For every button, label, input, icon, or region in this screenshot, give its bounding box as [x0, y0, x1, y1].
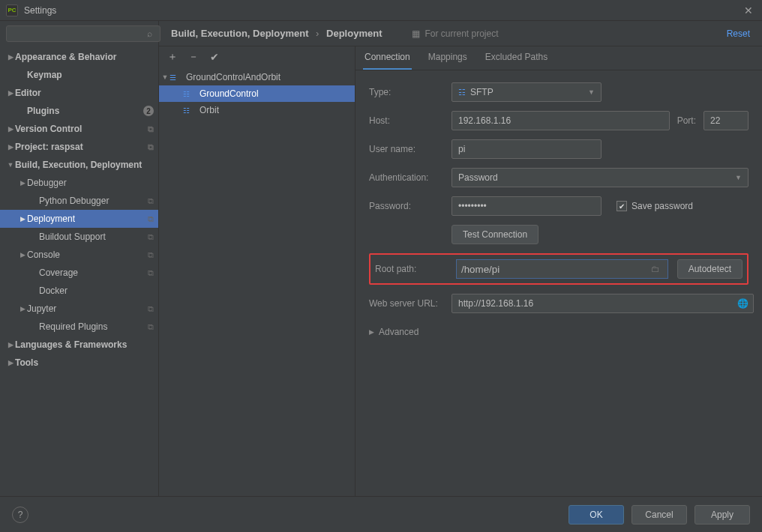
sidebar-item-label: Debugger — [27, 178, 154, 188]
copy-icon: ⧉ — [148, 142, 154, 152]
settings-nav[interactable]: ▶Appearance & BehaviorKeymap▶EditorPlugi… — [0, 46, 158, 496]
web-url-field[interactable] — [452, 294, 754, 313]
password-label: Password: — [369, 201, 441, 211]
sidebar-item-plugins[interactable]: Plugins2 — [0, 102, 158, 120]
cancel-button[interactable]: Cancel — [632, 505, 687, 525]
sidebar-item-docker[interactable]: Docker — [0, 282, 158, 300]
deployment-tree[interactable]: ▼ ☰ GroundControlAndOrbit ☷GroundControl… — [159, 67, 355, 496]
folder-icon[interactable]: 🗀 — [648, 264, 663, 274]
tree-item-label: GroundControl — [200, 88, 259, 99]
context-label: ▦ For current project — [412, 28, 498, 39]
sidebar-item-coverage[interactable]: Coverage⧉ — [0, 264, 158, 282]
breadcrumb-sep: › — [316, 28, 319, 39]
reset-link[interactable]: Reset — [727, 28, 750, 39]
tree-root-label: GroundControlAndOrbit — [186, 72, 280, 82]
sidebar-item-label: Tools — [15, 357, 154, 368]
sidebar-item-keymap[interactable]: Keymap — [0, 66, 158, 84]
port-input[interactable] — [710, 115, 762, 126]
chevron-icon: ▶ — [18, 251, 27, 259]
globe-icon[interactable]: 🌐 — [737, 298, 748, 309]
server-icon: ☷ — [183, 90, 195, 98]
tree-toolbar: ＋ － ✔ — [159, 46, 355, 67]
breadcrumb-seg-0[interactable]: Build, Execution, Deployment — [171, 28, 308, 39]
advanced-toggle[interactable]: ▶ Advanced — [369, 327, 748, 337]
sidebar-item-label: Coverage — [39, 267, 145, 278]
search-icon: ⌕ — [147, 28, 152, 39]
tree-expand-icon[interactable]: ▼ — [160, 73, 170, 81]
type-label: Type: — [369, 87, 441, 97]
auth-label: Authentication: — [369, 172, 441, 183]
web-url-input[interactable] — [458, 298, 747, 309]
remove-icon[interactable]: － — [188, 50, 200, 64]
sidebar-item-label: Keymap — [27, 70, 154, 80]
copy-icon: ⧉ — [148, 232, 154, 242]
chevron-icon: ▶ — [6, 89, 15, 97]
sidebar-item-build-execution-deployment[interactable]: ▼Build, Execution, Deployment — [0, 156, 158, 174]
sidebar-item-appearance-behavior[interactable]: ▶Appearance & Behavior — [0, 48, 158, 66]
sidebar-item-jupyter[interactable]: ▶Jupyter⧉ — [0, 300, 158, 318]
breadcrumb-seg-1[interactable]: Deployment — [326, 28, 382, 39]
chevron-down-icon: ▼ — [735, 174, 742, 181]
advanced-label: Advanced — [379, 327, 418, 337]
help-icon[interactable]: ? — [12, 507, 28, 523]
badge: 2 — [143, 106, 154, 116]
chevron-icon: ▶ — [6, 359, 15, 366]
auth-dropdown[interactable]: Password ▼ — [452, 168, 748, 187]
sidebar-item-project-raspsat[interactable]: ▶Project: raspsat⧉ — [0, 138, 158, 156]
sidebar-item-console[interactable]: ▶Console⧉ — [0, 246, 158, 264]
tab-connection[interactable]: Connection — [363, 47, 412, 70]
username-input[interactable] — [458, 144, 595, 154]
app-icon: PC — [6, 4, 18, 16]
sidebar-item-label: Editor — [15, 88, 154, 98]
sidebar-item-deployment[interactable]: ▶Deployment⧉ — [0, 210, 158, 228]
sidebar-item-debugger[interactable]: ▶Debugger — [0, 174, 158, 192]
type-dropdown[interactable]: ☷ SFTP ▼ — [452, 82, 602, 102]
title-bar: PC Settings ✕ — [0, 0, 762, 21]
chevron-icon: ▶ — [18, 305, 27, 312]
sidebar-item-tools[interactable]: ▶Tools — [0, 354, 158, 372]
host-label: Host: — [369, 115, 441, 126]
save-password-label: Save password — [632, 201, 693, 211]
root-path-highlight: Root path: 🗀 Autodetect — [369, 253, 748, 285]
tab-mappings[interactable]: Mappings — [427, 47, 469, 70]
check-icon[interactable]: ✔ — [208, 51, 220, 63]
deployment-form-panel: ConnectionMappingsExcluded Paths Type: ☷… — [356, 46, 762, 496]
password-input[interactable] — [458, 201, 595, 211]
search-input[interactable] — [6, 25, 160, 42]
chevron-icon: ▶ — [18, 215, 27, 223]
sidebar-item-editor[interactable]: ▶Editor — [0, 84, 158, 102]
sidebar-item-python-debugger[interactable]: Python Debugger⧉ — [0, 192, 158, 210]
autodetect-button[interactable]: Autodetect — [677, 259, 742, 279]
settings-content: Build, Execution, Deployment › Deploymen… — [159, 21, 762, 496]
save-password-checkbox[interactable]: ✔ Save password — [616, 201, 693, 211]
window-title: Settings — [24, 5, 741, 16]
close-icon[interactable]: ✕ — [741, 4, 756, 16]
tree-root[interactable]: ▼ ☰ GroundControlAndOrbit — [159, 69, 355, 85]
context-label-text: For current project — [424, 28, 498, 39]
tree-item-groundcontrol[interactable]: ☷GroundControl — [159, 85, 355, 102]
sidebar-item-version-control[interactable]: ▶Version Control⧉ — [0, 120, 158, 138]
sidebar-item-buildout-support[interactable]: Buildout Support⧉ — [0, 228, 158, 246]
add-icon[interactable]: ＋ — [166, 50, 178, 64]
host-input[interactable] — [458, 115, 663, 126]
apply-button[interactable]: Apply — [694, 505, 750, 525]
chevron-icon: ▶ — [6, 125, 15, 133]
web-url-label: Web server URL: — [369, 298, 441, 309]
copy-icon: ⧉ — [148, 196, 154, 206]
sidebar-item-label: Project: raspsat — [15, 142, 145, 152]
root-path-field[interactable]: 🗀 — [456, 259, 668, 279]
ok-button[interactable]: OK — [568, 505, 624, 525]
root-path-input[interactable] — [461, 264, 648, 275]
sidebar-item-label: Required Plugins — [39, 321, 145, 332]
test-connection-button[interactable]: Test Connection — [452, 225, 538, 244]
sftp-icon: ☷ — [458, 88, 466, 97]
sidebar-item-label: Version Control — [15, 124, 145, 134]
sidebar-item-languages-frameworks[interactable]: ▶Languages & Frameworks — [0, 336, 158, 354]
tree-item-orbit[interactable]: ☷Orbit — [159, 102, 355, 118]
copy-icon: ⧉ — [148, 268, 154, 278]
server-group-icon: ☰ — [170, 73, 182, 82]
sidebar-item-label: Python Debugger — [39, 196, 145, 206]
tab-excluded-paths[interactable]: Excluded Paths — [484, 47, 549, 70]
chevron-icon: ▼ — [6, 161, 15, 169]
sidebar-item-required-plugins[interactable]: Required Plugins⧉ — [0, 318, 158, 336]
